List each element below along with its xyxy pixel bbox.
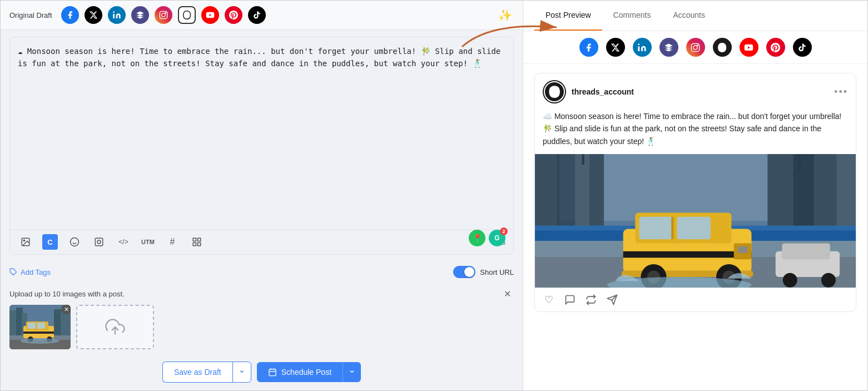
bottom-actions: Save as Draft Schedule Post (1, 354, 523, 390)
svg-rect-30 (23, 331, 54, 334)
svg-rect-40 (691, 43, 699, 51)
media-tool-icon[interactable] (91, 234, 107, 250)
post-more-button[interactable]: ••• (834, 86, 848, 98)
content-tool-icon[interactable]: C (42, 234, 58, 250)
svg-rect-65 (677, 217, 711, 239)
preview-icon-pinterest[interactable] (766, 38, 785, 57)
hashtag-tool-icon[interactable]: # (165, 234, 180, 250)
grammarly-count: 2 (500, 227, 508, 235)
post-preview-card: threads_account ••• ☁️ Monsoon season is… (534, 73, 856, 312)
preview-icon-youtube[interactable] (740, 38, 758, 57)
post-editor[interactable]: ☁️ Monsoon season is here! Time to embra… (10, 37, 513, 229)
svg-point-4 (165, 13, 166, 13)
svg-rect-66 (671, 217, 673, 239)
svg-point-3 (161, 13, 165, 17)
svg-point-79 (821, 273, 836, 288)
preview-platform-bar (523, 31, 867, 64)
platform-icon-pinterest[interactable] (225, 6, 242, 24)
svg-rect-13 (193, 238, 196, 241)
platform-icon-instagram[interactable] (155, 6, 172, 24)
remove-image-button[interactable]: ✕ (61, 305, 71, 314)
image-tool-icon[interactable] (18, 234, 33, 250)
grid-tool-icon[interactable] (189, 234, 205, 250)
post-card-header: threads_account ••• (535, 73, 856, 110)
code-tool-icon[interactable]: </> (116, 234, 131, 250)
post-preview-image (535, 154, 856, 288)
platform-icon-tiktok[interactable] (248, 6, 266, 24)
save-draft-button[interactable]: Save as Draft (162, 362, 232, 383)
platform-bar: Original Draft (1, 1, 523, 30)
app-container: Original Draft (0, 0, 868, 391)
svg-point-42 (697, 44, 698, 45)
svg-point-41 (693, 45, 697, 49)
right-header-tabs: Post Preview Comments Accounts (523, 1, 867, 31)
tags-url-row: Add Tags Short URL (1, 261, 523, 283)
preview-icon-linkedin[interactable] (633, 38, 652, 57)
image-upload-section: Upload up to 10 images with a post. ✕ (1, 283, 523, 354)
short-url-row: Short URL (453, 266, 514, 278)
preview-icon-threads[interactable] (713, 38, 732, 57)
upload-label: Upload up to 10 images with a post. (9, 290, 125, 298)
comment-action-button[interactable] (564, 294, 576, 306)
preview-icon-twitter[interactable] (606, 38, 625, 57)
emoji-tool-icon[interactable] (67, 234, 82, 250)
add-tags-button[interactable]: Add Tags (9, 268, 51, 276)
svg-point-12 (97, 240, 101, 244)
short-url-toggle[interactable] (453, 266, 475, 278)
platform-icon-twitter[interactable] (85, 6, 102, 24)
svg-rect-29 (37, 323, 45, 329)
utm-tool-icon[interactable]: UTM (140, 234, 156, 250)
schedule-dropdown-button[interactable] (343, 362, 361, 382)
svg-rect-77 (782, 244, 830, 260)
preview-icon-tiktok[interactable] (793, 38, 812, 57)
tab-post-preview[interactable]: Post Preview (534, 1, 602, 31)
svg-rect-28 (28, 323, 36, 329)
post-actions: ♡ (535, 288, 856, 311)
svg-point-8 (71, 238, 79, 246)
grammarly-badge[interactable]: G 2 (489, 230, 505, 246)
svg-rect-64 (639, 217, 673, 239)
tab-comments[interactable]: Comments (602, 1, 662, 31)
share-action-button[interactable] (606, 294, 618, 306)
platform-icon-linkedin[interactable] (108, 6, 126, 24)
svg-point-33 (21, 338, 59, 344)
right-panel: Post Preview Comments Accounts (523, 1, 867, 390)
upload-new-image-button[interactable] (76, 305, 154, 349)
svg-rect-15 (193, 243, 196, 246)
svg-point-7 (23, 240, 24, 241)
post-preview-text: ☁️ Monsoon season is here! Time to embra… (535, 110, 856, 154)
short-url-label: Short URL (480, 268, 514, 276)
upload-header: Upload up to 10 images with a post. ✕ (9, 287, 514, 300)
platform-icon-threads[interactable] (178, 6, 196, 24)
svg-rect-70 (738, 246, 747, 253)
repost-action-button[interactable] (585, 294, 597, 306)
account-avatar (543, 80, 566, 103)
editor-area: ☁️ Monsoon season is here! Time to embra… (9, 37, 514, 255)
preview-icon-instagram[interactable] (686, 38, 705, 57)
svg-point-1 (113, 11, 115, 13)
tab-accounts[interactable]: Accounts (662, 1, 716, 31)
platform-icon-buffer[interactable] (131, 6, 149, 24)
svg-rect-35 (269, 369, 276, 376)
svg-rect-2 (160, 11, 167, 18)
original-draft-label: Original Draft (9, 11, 52, 19)
ai-sparkle-icon[interactable]: ✨ (496, 6, 514, 24)
schedule-post-button[interactable]: Schedule Post (257, 362, 343, 382)
add-tags-label: Add Tags (21, 268, 51, 276)
upload-close-button[interactable]: ✕ (500, 287, 514, 300)
platform-icon-youtube[interactable] (201, 6, 219, 24)
svg-point-39 (638, 43, 639, 45)
platform-icon-facebook[interactable] (61, 6, 79, 24)
preview-icon-facebook[interactable] (579, 38, 598, 57)
like-action-button[interactable]: ♡ (543, 294, 555, 306)
schedule-label: Schedule Post (281, 368, 331, 377)
svg-point-78 (783, 273, 797, 288)
account-name: threads_account (572, 87, 634, 96)
image-row: ✕ (9, 305, 514, 349)
image-thumbnail[interactable]: ✕ (9, 305, 71, 349)
preview-icon-buffer[interactable] (659, 38, 678, 57)
svg-rect-16 (198, 243, 201, 246)
save-draft-dropdown-button[interactable] (232, 362, 251, 383)
location-badge[interactable]: 📍 (469, 230, 485, 246)
svg-rect-14 (198, 238, 201, 241)
